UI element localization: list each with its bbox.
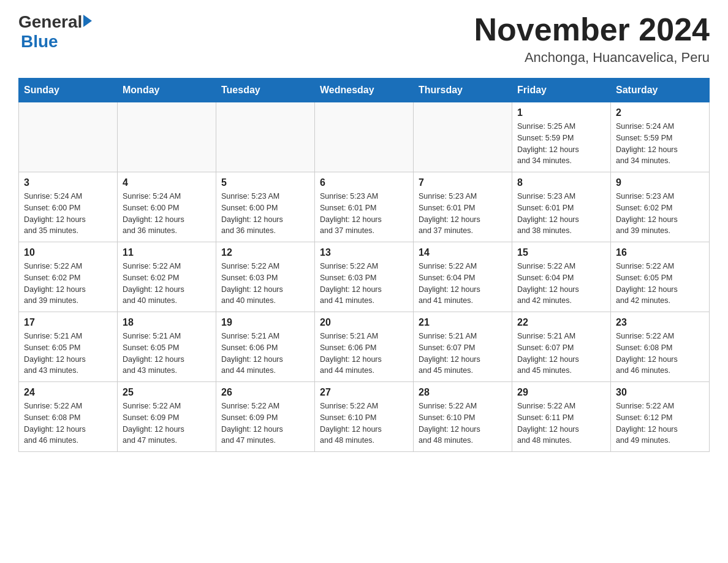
day-info: Sunrise: 5:23 AM Sunset: 6:01 PM Dayligh… [419,191,507,237]
day-number: 25 [123,387,211,398]
day-number: 14 [419,247,507,258]
calendar-cell: 28Sunrise: 5:22 AM Sunset: 6:10 PM Dayli… [414,382,512,452]
day-info: Sunrise: 5:22 AM Sunset: 6:08 PM Dayligh… [24,400,112,446]
day-number: 20 [320,317,408,328]
calendar-cell: 30Sunrise: 5:22 AM Sunset: 6:12 PM Dayli… [611,382,710,452]
day-number: 13 [320,247,408,258]
day-number: 12 [221,247,309,258]
day-number: 2 [616,107,704,118]
calendar-cell: 21Sunrise: 5:21 AM Sunset: 6:07 PM Dayli… [414,312,512,382]
day-info: Sunrise: 5:21 AM Sunset: 6:05 PM Dayligh… [24,331,112,377]
week-row-3: 10Sunrise: 5:22 AM Sunset: 6:02 PM Dayli… [19,242,710,312]
day-info: Sunrise: 5:22 AM Sunset: 6:09 PM Dayligh… [123,400,211,446]
weekday-header-monday: Monday [118,79,216,102]
calendar-cell: 6Sunrise: 5:23 AM Sunset: 6:01 PM Daylig… [315,172,414,242]
day-info: Sunrise: 5:22 AM Sunset: 6:12 PM Dayligh… [616,400,704,446]
weekday-header-wednesday: Wednesday [315,79,414,102]
calendar-cell: 23Sunrise: 5:22 AM Sunset: 6:08 PM Dayli… [611,312,710,382]
day-info: Sunrise: 5:23 AM Sunset: 6:01 PM Dayligh… [320,191,408,237]
calendar-cell: 16Sunrise: 5:22 AM Sunset: 6:05 PM Dayli… [611,242,710,312]
calendar-cell: 26Sunrise: 5:22 AM Sunset: 6:09 PM Dayli… [216,382,315,452]
calendar-cell: 25Sunrise: 5:22 AM Sunset: 6:09 PM Dayli… [118,382,216,452]
weekday-header-thursday: Thursday [414,79,512,102]
day-number: 7 [419,177,507,188]
day-info: Sunrise: 5:22 AM Sunset: 6:02 PM Dayligh… [123,261,211,307]
calendar-cell [19,102,118,172]
calendar-title: November 2024 Anchonga, Huancavelica, Pe… [474,12,710,66]
day-info: Sunrise: 5:22 AM Sunset: 6:03 PM Dayligh… [320,261,408,307]
calendar-cell: 29Sunrise: 5:22 AM Sunset: 6:11 PM Dayli… [512,382,611,452]
day-number: 15 [517,247,605,258]
day-number: 5 [221,177,309,188]
day-number: 21 [419,317,507,328]
weekday-header-sunday: Sunday [19,79,118,102]
logo-blue-text: Blue [21,32,58,51]
day-info: Sunrise: 5:22 AM Sunset: 6:04 PM Dayligh… [419,261,507,307]
day-number: 4 [123,177,211,188]
day-number: 26 [221,387,309,398]
calendar-cell: 4Sunrise: 5:24 AM Sunset: 6:00 PM Daylig… [118,172,216,242]
location-text: Anchonga, Huancavelica, Peru [474,50,710,66]
logo: General Blue [18,12,92,52]
day-info: Sunrise: 5:24 AM Sunset: 6:00 PM Dayligh… [24,191,112,237]
day-number: 22 [517,317,605,328]
day-info: Sunrise: 5:22 AM Sunset: 6:10 PM Dayligh… [419,400,507,446]
logo-triangle-icon [83,15,92,27]
calendar-cell: 15Sunrise: 5:22 AM Sunset: 6:04 PM Dayli… [512,242,611,312]
calendar-cell: 7Sunrise: 5:23 AM Sunset: 6:01 PM Daylig… [414,172,512,242]
calendar-cell: 17Sunrise: 5:21 AM Sunset: 6:05 PM Dayli… [19,312,118,382]
weekday-header-row: SundayMondayTuesdayWednesdayThursdayFrid… [19,79,710,102]
calendar-cell: 12Sunrise: 5:22 AM Sunset: 6:03 PM Dayli… [216,242,315,312]
day-info: Sunrise: 5:22 AM Sunset: 6:10 PM Dayligh… [320,400,408,446]
day-info: Sunrise: 5:21 AM Sunset: 6:06 PM Dayligh… [320,331,408,377]
calendar-cell: 20Sunrise: 5:21 AM Sunset: 6:06 PM Dayli… [315,312,414,382]
day-number: 8 [517,177,605,188]
calendar-cell: 14Sunrise: 5:22 AM Sunset: 6:04 PM Dayli… [414,242,512,312]
day-info: Sunrise: 5:22 AM Sunset: 6:08 PM Dayligh… [616,331,704,377]
day-info: Sunrise: 5:25 AM Sunset: 5:59 PM Dayligh… [517,121,605,167]
page-header: General Blue November 2024 Anchonga, Hua… [18,12,710,66]
calendar-cell: 10Sunrise: 5:22 AM Sunset: 6:02 PM Dayli… [19,242,118,312]
calendar-cell [216,102,315,172]
calendar-cell: 1Sunrise: 5:25 AM Sunset: 5:59 PM Daylig… [512,102,611,172]
calendar-cell: 19Sunrise: 5:21 AM Sunset: 6:06 PM Dayli… [216,312,315,382]
calendar-cell [315,102,414,172]
calendar-cell: 5Sunrise: 5:23 AM Sunset: 6:00 PM Daylig… [216,172,315,242]
day-number: 16 [616,247,704,258]
day-number: 27 [320,387,408,398]
day-info: Sunrise: 5:21 AM Sunset: 6:07 PM Dayligh… [517,331,605,377]
day-number: 17 [24,317,112,328]
week-row-4: 17Sunrise: 5:21 AM Sunset: 6:05 PM Dayli… [19,312,710,382]
day-info: Sunrise: 5:23 AM Sunset: 6:00 PM Dayligh… [221,191,309,237]
day-number: 23 [616,317,704,328]
day-number: 11 [123,247,211,258]
calendar-cell: 9Sunrise: 5:23 AM Sunset: 6:02 PM Daylig… [611,172,710,242]
calendar-cell: 11Sunrise: 5:22 AM Sunset: 6:02 PM Dayli… [118,242,216,312]
month-year-heading: November 2024 [474,12,710,47]
day-number: 29 [517,387,605,398]
day-info: Sunrise: 5:24 AM Sunset: 6:00 PM Dayligh… [123,191,211,237]
logo-general-text: General [18,12,82,32]
week-row-1: 1Sunrise: 5:25 AM Sunset: 5:59 PM Daylig… [19,102,710,172]
day-info: Sunrise: 5:22 AM Sunset: 6:03 PM Dayligh… [221,261,309,307]
calendar-cell: 24Sunrise: 5:22 AM Sunset: 6:08 PM Dayli… [19,382,118,452]
calendar-cell: 8Sunrise: 5:23 AM Sunset: 6:01 PM Daylig… [512,172,611,242]
day-number: 3 [24,177,112,188]
day-info: Sunrise: 5:22 AM Sunset: 6:02 PM Dayligh… [24,261,112,307]
day-number: 9 [616,177,704,188]
weekday-header-friday: Friday [512,79,611,102]
day-number: 1 [517,107,605,118]
day-info: Sunrise: 5:22 AM Sunset: 6:09 PM Dayligh… [221,400,309,446]
day-number: 6 [320,177,408,188]
calendar-table: SundayMondayTuesdayWednesdayThursdayFrid… [18,78,710,452]
calendar-cell: 13Sunrise: 5:22 AM Sunset: 6:03 PM Dayli… [315,242,414,312]
day-info: Sunrise: 5:22 AM Sunset: 6:04 PM Dayligh… [517,261,605,307]
day-number: 30 [616,387,704,398]
weekday-header-tuesday: Tuesday [216,79,315,102]
day-info: Sunrise: 5:21 AM Sunset: 6:06 PM Dayligh… [221,331,309,377]
calendar-cell: 18Sunrise: 5:21 AM Sunset: 6:05 PM Dayli… [118,312,216,382]
day-info: Sunrise: 5:22 AM Sunset: 6:05 PM Dayligh… [616,261,704,307]
calendar-cell [118,102,216,172]
day-info: Sunrise: 5:21 AM Sunset: 6:07 PM Dayligh… [419,331,507,377]
calendar-cell: 2Sunrise: 5:24 AM Sunset: 5:59 PM Daylig… [611,102,710,172]
